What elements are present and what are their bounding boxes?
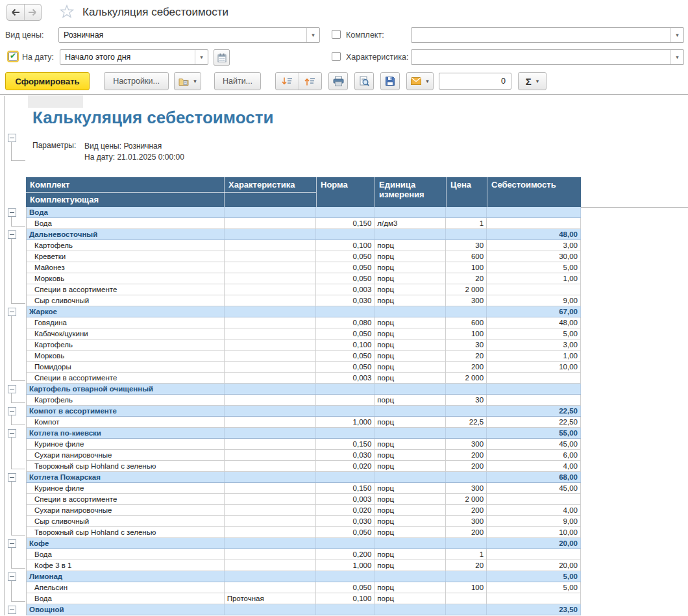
autosum-value-field[interactable]: 0	[439, 73, 511, 90]
cell-char	[225, 351, 317, 361]
cell-unit	[375, 384, 446, 394]
item-row[interactable]: Творожный сыр Hohland с зеленью0,050порц…	[26, 527, 581, 538]
print-button[interactable]	[328, 72, 348, 90]
item-row[interactable]: ВодаПроточная0,100порц	[26, 593, 581, 604]
item-row[interactable]: Специи в ассортименте0,003порц2 000	[26, 373, 581, 384]
group-row[interactable]: Лимонад5,00	[26, 571, 581, 582]
selected-cell[interactable]	[28, 95, 83, 108]
characteristic-dropdown-icon[interactable]: ▾	[670, 50, 683, 64]
group-row[interactable]: Котлета по-киевски55,00	[26, 428, 581, 439]
item-row[interactable]: Картофель0,100порц303,00	[26, 240, 581, 251]
cell-name: Морковь	[27, 273, 225, 284]
item-row[interactable]: Куриное филе0,150порц30045,00	[26, 439, 581, 450]
item-row[interactable]: Вода0,200порц1	[26, 549, 581, 560]
item-row[interactable]: Специи в ассортименте0,003порц2 000	[26, 284, 581, 295]
characteristic-select[interactable]: ▾	[411, 49, 684, 65]
send-mail-button[interactable]: ▾	[406, 72, 434, 90]
item-row[interactable]: Помидоры0,050порц20010,00	[26, 362, 581, 373]
report-variants-button[interactable]: ▾	[174, 72, 201, 90]
cell-norm	[316, 306, 375, 317]
autosum-button[interactable]: Σ ▾	[518, 72, 547, 90]
cell-char	[225, 505, 317, 515]
group-row[interactable]: Картофель отварной очищенный	[26, 384, 581, 395]
favorite-star-icon[interactable]	[59, 4, 75, 19]
item-row[interactable]: Картофель0,100порц303,00	[26, 339, 581, 351]
sort-descending-button[interactable]	[276, 73, 299, 90]
cell-cost	[487, 593, 581, 604]
collapse-group-button[interactable]	[8, 308, 16, 316]
item-row[interactable]: Майонез0,050порц1005,00	[26, 262, 581, 273]
collapse-group-button[interactable]	[8, 407, 16, 415]
item-row[interactable]: Компот1,000порц22,522,50	[26, 417, 581, 428]
generate-button[interactable]: Сформировать	[5, 72, 90, 90]
kit-select[interactable]: ▾	[411, 27, 684, 43]
item-row[interactable]: Творожный сыр Hohland с зеленью0,020порц…	[26, 461, 581, 472]
calendar-button[interactable]	[214, 49, 230, 66]
price-type-select[interactable]: Розничная ▾	[58, 27, 320, 43]
date-dropdown-icon[interactable]: ▾	[195, 50, 208, 64]
kit-dropdown-icon[interactable]: ▾	[670, 28, 683, 42]
cell-price: 100	[446, 328, 487, 339]
group-row[interactable]: Дальневосточный48,00	[26, 229, 581, 240]
item-row[interactable]: Кабачок/цукини0,050порц1005,00	[26, 328, 581, 339]
collapse-group-button[interactable]	[8, 573, 16, 581]
cell-norm: 0,030	[316, 295, 375, 306]
collapse-group-button[interactable]	[8, 230, 16, 239]
item-row[interactable]: Вода0,150л/дм31	[26, 218, 581, 229]
item-row[interactable]: Сыр сливочный0,030порц3009,00	[26, 295, 581, 306]
cell-unit: порц	[375, 328, 446, 339]
collapse-group-button[interactable]	[8, 606, 16, 614]
item-row[interactable]: Апельсин0,050порц1005,00	[26, 582, 581, 593]
cell-char	[225, 395, 317, 405]
group-row[interactable]: Жаркое67,00	[26, 306, 581, 317]
item-row[interactable]: Креветки0,050порц60030,00	[26, 251, 581, 262]
tree-line	[11, 425, 25, 425]
cell-char	[225, 428, 317, 438]
item-row[interactable]: Сыр сливочный0,030порц3009,00	[26, 516, 581, 527]
cell-norm: 0,100	[316, 339, 375, 350]
collapse-group-button[interactable]	[8, 429, 16, 437]
forward-button[interactable]	[25, 5, 42, 20]
cell-name: Вода	[27, 218, 225, 228]
kit-checkbox[interactable]	[332, 30, 341, 39]
collapse-group-button[interactable]	[8, 208, 16, 217]
date-checkbox[interactable]	[8, 52, 18, 61]
save-button[interactable]	[380, 72, 400, 90]
group-row[interactable]: Компот в ассортименте22,50	[26, 406, 581, 417]
cell-name: Сыр сливочный	[27, 516, 225, 526]
cell-cost	[487, 549, 581, 560]
collapse-report-button[interactable]	[8, 134, 16, 142]
item-row[interactable]: Специи в ассортименте0,003порц2 000	[26, 494, 581, 505]
item-row[interactable]: Сухари панировочные0,030порц2006,00	[26, 450, 581, 461]
preview-button[interactable]	[354, 72, 374, 90]
item-row[interactable]: Куриное филе0,150порц30045,00	[26, 483, 581, 494]
settings-button[interactable]: Настройки...	[104, 72, 169, 90]
group-row[interactable]: Кофе20,00	[26, 538, 581, 549]
cell-norm	[316, 428, 375, 438]
tree-line	[11, 581, 12, 601]
price-type-dropdown-icon[interactable]: ▾	[306, 28, 319, 42]
sort-ascending-button[interactable]	[299, 73, 322, 90]
group-row[interactable]: Котлета Пожарская68,00	[26, 472, 581, 483]
cell-norm: 0,003	[316, 494, 375, 504]
cell-cost: 5,00	[487, 571, 581, 582]
tree-line	[11, 393, 12, 402]
item-row[interactable]: Сухари панировочные0,020порц2004,00	[26, 505, 581, 516]
back-button[interactable]	[7, 5, 25, 20]
item-row[interactable]: Картофельпорц30	[26, 395, 581, 406]
cell-char	[225, 604, 317, 615]
characteristic-checkbox[interactable]	[332, 52, 341, 61]
item-row[interactable]: Морковь0,050порц201,00	[26, 351, 581, 362]
collapse-group-button[interactable]	[8, 473, 16, 482]
group-row[interactable]: Овощной23,50	[26, 604, 581, 615]
cell-char	[225, 284, 317, 295]
item-row[interactable]: Говядина0,080порц60048,00	[26, 317, 581, 328]
collapse-group-button[interactable]	[8, 385, 16, 393]
collapse-group-button[interactable]	[8, 539, 16, 548]
cell-unit: л/дм3	[375, 218, 446, 228]
group-row[interactable]: Вода	[26, 207, 581, 218]
date-select[interactable]: Начало этого дня ▾	[60, 49, 208, 65]
find-button[interactable]: Найти...	[214, 72, 261, 90]
item-row[interactable]: Морковь0,050порц201,00	[26, 273, 581, 284]
item-row[interactable]: Кофе 3 в 11,000порц2020,00	[26, 560, 581, 571]
